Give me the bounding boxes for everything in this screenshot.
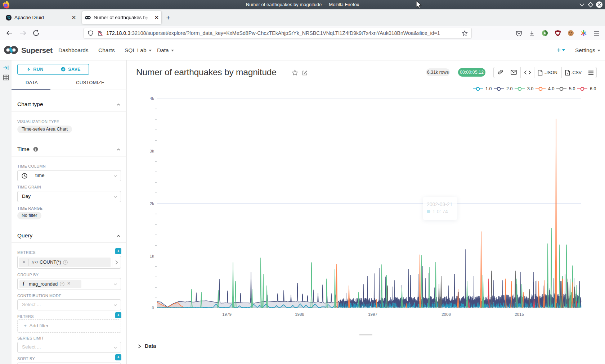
svg-text:0: 0 [152, 306, 154, 310]
svg-text:?: ? [64, 261, 66, 264]
svg-text:1997: 1997 [368, 312, 377, 317]
svg-text:4k: 4k [150, 96, 154, 101]
svg-text:2015: 2015 [515, 312, 524, 317]
svg-text:x: x [567, 72, 568, 75]
svg-text:?: ? [61, 282, 63, 286]
svg-text:2006: 2006 [442, 312, 451, 317]
svg-text:1k: 1k [150, 254, 154, 258]
svg-text:1988: 1988 [295, 312, 304, 317]
svg-text:1979: 1979 [222, 312, 232, 317]
svg-text:2k: 2k [150, 201, 154, 206]
svg-text:3k: 3k [150, 149, 154, 153]
